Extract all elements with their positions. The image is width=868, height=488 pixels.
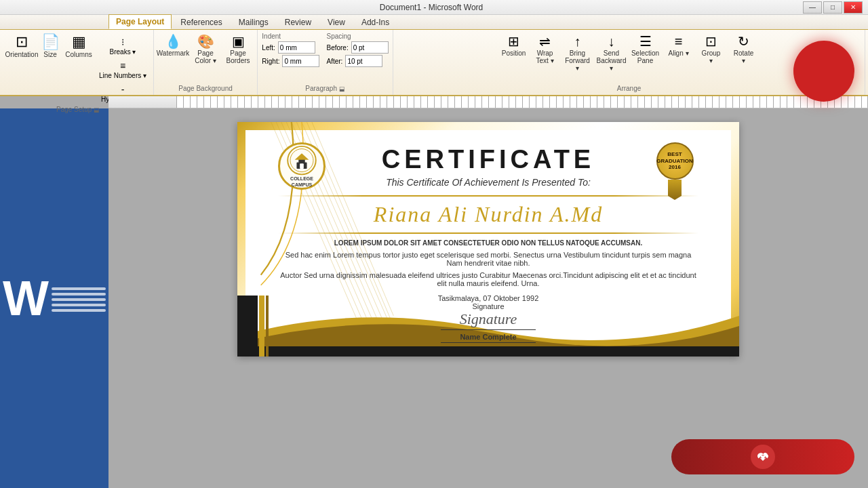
document: COLLEGE CAMPUS CERTIFICATE This Certific… xyxy=(237,122,739,357)
wrap-text-icon: ⇌ xyxy=(539,35,551,48)
line-numbers-icon: ≡ xyxy=(120,60,125,71)
group-button[interactable]: ⊡ Group ▾ xyxy=(696,33,726,66)
selection-pane-button[interactable]: ☰ Selection Pane xyxy=(630,33,661,66)
breaks-icon: ⁝ xyxy=(121,37,124,47)
word-w-letter: W xyxy=(3,274,49,323)
align-button[interactable]: ≡ Align ▾ xyxy=(664,33,694,59)
cert-seal: COLLEGE CAMPUS xyxy=(278,142,326,190)
columns-icon: ▦ xyxy=(72,35,86,49)
position-button[interactable]: ⊞ Position xyxy=(500,33,528,59)
word-line-4 xyxy=(52,304,106,306)
orientation-icon: ⊡ xyxy=(16,35,28,49)
indent-right-row: Right: xyxy=(262,55,319,67)
lorem-text: LOREM IPSUM DOLOR SIT AMET CONSECTETUER … xyxy=(278,239,698,247)
divider-top xyxy=(278,195,698,197)
page-color-label: Page Color ▾ xyxy=(195,49,216,64)
send-backward-button[interactable]: ↓ Send Backward ▾ xyxy=(596,33,627,74)
date-text: Tasikmalaya, 07 Oktober 1992 xyxy=(438,294,539,302)
indent-label: Indent xyxy=(262,33,319,40)
word-line-2 xyxy=(52,293,106,296)
rotate-button[interactable]: ↻ Rotate ▾ xyxy=(729,33,759,66)
line-numbers-button[interactable]: ≡ Line Numbers ▾ xyxy=(96,59,149,81)
cert-content: COLLEGE CAMPUS CERTIFICATE This Certific… xyxy=(237,122,739,357)
paragraph-group: Indent Left: Right: Spacing Before: xyxy=(258,30,393,95)
wrap-text-label: Wrap Text ▾ xyxy=(536,49,553,64)
word-icon: W xyxy=(14,274,95,323)
rotate-label: Rotate ▾ xyxy=(732,49,755,64)
tab-view[interactable]: View xyxy=(320,15,353,29)
divider-bottom xyxy=(278,232,698,234)
arrange-content: ⊞ Position ⇌ Wrap Text ▾ ↑ Bring Forward… xyxy=(500,33,759,83)
badge-circle: BEST GRADUATION 2016 xyxy=(656,142,694,180)
cert-body: LOREM IPSUM DOLOR SIT AMET CONSECTETUER … xyxy=(278,239,698,287)
certificate: COLLEGE CAMPUS CERTIFICATE This Certific… xyxy=(237,122,739,357)
page-setup-label: Page Setup ⬓ xyxy=(56,104,100,113)
window-controls: — □ ✕ xyxy=(803,1,863,14)
spacing-label: Spacing xyxy=(326,33,388,40)
seal-text: COLLEGE CAMPUS xyxy=(280,176,323,188)
group-icon: ⊡ xyxy=(705,35,717,48)
tab-review[interactable]: Review xyxy=(277,15,319,29)
align-label: Align ▾ xyxy=(669,49,689,57)
minimize-button[interactable]: — xyxy=(803,1,822,14)
tab-page-layout[interactable]: Page Layout xyxy=(108,14,172,29)
maximize-button[interactable]: □ xyxy=(823,1,842,14)
indent-right-input[interactable] xyxy=(282,55,319,67)
page-background-content: 💧 Watermark 🎨 Page Color ▾ ▣ Page Border… xyxy=(158,33,253,83)
orientation-button[interactable]: ⊡ Orientation xyxy=(7,33,37,60)
group-label: Group ▾ xyxy=(700,49,723,64)
rotate-icon: ↻ xyxy=(738,35,749,48)
word-line-1 xyxy=(52,287,106,290)
title-bar: Document1 - Microsoft Word — □ ✕ xyxy=(0,0,868,15)
page-color-button[interactable]: 🎨 Page Color ▾ xyxy=(191,33,220,66)
spacing-before-row: Before: xyxy=(326,41,388,54)
indent-left-row: Left: xyxy=(262,41,319,54)
wrap-text-button[interactable]: ⇌ Wrap Text ▾ xyxy=(531,33,559,66)
size-button[interactable]: 📄 Size xyxy=(38,33,62,60)
cert-header: COLLEGE CAMPUS CERTIFICATE This Certific… xyxy=(278,142,698,190)
send-backward-icon: ↓ xyxy=(608,35,615,48)
paragraph-label: Paragraph ⬓ xyxy=(305,83,344,92)
page-setup-content: ⊡ Orientation 📄 Size ▦ Columns ⁝ Breaks … xyxy=(7,33,149,104)
cert-subtitle: This Certificate Of Achievement Is Prese… xyxy=(339,177,637,188)
tab-references[interactable]: References xyxy=(173,15,229,29)
download-button[interactable] xyxy=(671,439,854,474)
selection-pane-label: Selection Pane xyxy=(631,49,659,64)
page-background-group: 💧 Watermark 🎨 Page Color ▾ ▣ Page Border… xyxy=(154,30,258,95)
columns-button[interactable]: ▦ Columns xyxy=(64,33,94,60)
ribbon: ⊡ Orientation 📄 Size ▦ Columns ⁝ Breaks … xyxy=(0,30,868,96)
size-label: Size xyxy=(43,51,56,58)
spacing-before-input[interactable] xyxy=(351,41,389,54)
tab-addins[interactable]: Add-Ins xyxy=(354,15,397,29)
size-icon: 📄 xyxy=(41,35,60,49)
ruler-inner xyxy=(176,96,868,108)
page-borders-button[interactable]: ▣ Page Borders xyxy=(223,33,253,66)
indent-left-input[interactable] xyxy=(278,41,315,54)
breaks-label: Breaks ▾ xyxy=(110,48,136,56)
bring-forward-button[interactable]: ↑ Bring Forward ▾ xyxy=(562,33,593,74)
position-label: Position xyxy=(502,49,526,57)
download-icon xyxy=(751,445,775,469)
tab-mailings[interactable]: Mailings xyxy=(231,15,276,29)
watermark-button[interactable]: 💧 Watermark xyxy=(158,33,188,59)
breaks-button[interactable]: ⁝ Breaks ▾ xyxy=(96,35,149,57)
orientation-label: Orientation xyxy=(5,51,39,58)
document-area: COLLEGE CAMPUS CERTIFICATE This Certific… xyxy=(108,108,868,488)
close-button[interactable]: ✕ xyxy=(844,1,863,14)
signature-label: Signature xyxy=(472,302,504,310)
word-lines xyxy=(52,287,106,312)
send-backward-label: Send Backward ▾ xyxy=(597,49,627,72)
page-setup-group: ⊡ Orientation 📄 Size ▦ Columns ⁝ Breaks … xyxy=(3,30,154,95)
page-borders-label: Page Borders xyxy=(226,49,250,64)
word-sidebar: W xyxy=(0,108,108,488)
cert-title: CERTIFICATE xyxy=(339,145,637,174)
badge-ribbon xyxy=(668,180,682,200)
indent-left-label: Left: xyxy=(262,44,275,52)
page-background-label: Page Background xyxy=(178,83,233,92)
cert-title-block: CERTIFICATE This Certificate Of Achievem… xyxy=(339,145,637,188)
cert-footer: Tasikmalaya, 07 Oktober 1992 Signature S… xyxy=(278,294,698,343)
cert-badge: BEST GRADUATION 2016 xyxy=(651,142,698,190)
svg-rect-18 xyxy=(300,163,304,169)
spacing-after-input[interactable] xyxy=(345,55,382,67)
arrange-label: Arrange xyxy=(617,83,642,92)
